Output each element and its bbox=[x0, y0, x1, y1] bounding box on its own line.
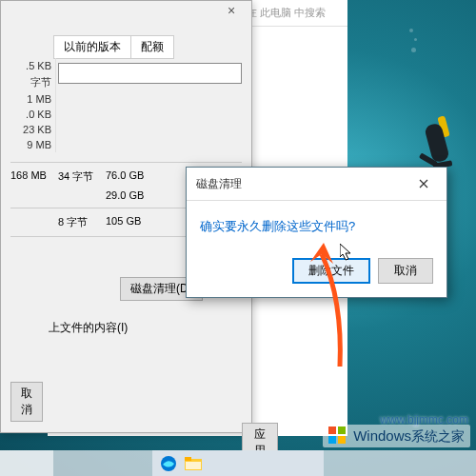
confirm-cancel-button[interactable]: 取消 bbox=[378, 258, 433, 284]
svg-rect-6 bbox=[186, 462, 201, 469]
tab-quota[interactable]: 配额 bbox=[130, 35, 174, 59]
close-icon[interactable]: × bbox=[217, 3, 246, 22]
disk-cell: 34 字节 bbox=[58, 169, 106, 184]
taskbar[interactable] bbox=[0, 450, 476, 476]
svg-rect-5 bbox=[185, 457, 191, 461]
disk-cell: 168 MB bbox=[10, 169, 58, 184]
list-item: 字节 bbox=[1, 73, 56, 91]
disk-cell: 29.0 GB bbox=[106, 189, 163, 201]
list-item: .5 KB bbox=[1, 58, 56, 73]
index-content-label: 上文件的内容(I) bbox=[49, 320, 128, 336]
list-item: 23 KB bbox=[1, 122, 56, 137]
explorer-icon[interactable] bbox=[185, 457, 202, 470]
confirm-dialog: 磁盘清理 确实要永久删除这些文件吗? 删除文件 取消 bbox=[186, 167, 447, 298]
watermark: Windows系统之家 bbox=[323, 425, 470, 447]
search-placeholder: 在 此电脑 中搜索 bbox=[247, 6, 326, 20]
confirm-message: 确实要永久删除这些文件吗? bbox=[200, 218, 433, 235]
close-icon[interactable] bbox=[410, 174, 437, 193]
windows-logo-icon bbox=[328, 426, 347, 446]
volume-label-input[interactable] bbox=[58, 63, 242, 84]
list-item: 1 MB bbox=[1, 91, 56, 107]
watermark-brand: Windows bbox=[353, 427, 411, 444]
edge-icon[interactable] bbox=[160, 455, 177, 472]
tab-strip: 以前的版本 配额 bbox=[53, 35, 173, 59]
list-item: 9 MB bbox=[1, 137, 56, 152]
watermark-suffix: 系统之家 bbox=[411, 428, 465, 444]
disk-cell: 8 字节 bbox=[58, 215, 106, 229]
confirm-title-text: 磁盘清理 bbox=[196, 176, 242, 192]
list-item: .0 KB bbox=[1, 107, 56, 122]
taskbar-items bbox=[152, 450, 324, 476]
confirm-buttons: 删除文件 取消 bbox=[200, 258, 433, 284]
delete-files-button[interactable]: 删除文件 bbox=[292, 258, 370, 284]
tab-previous-versions[interactable]: 以前的版本 bbox=[53, 35, 131, 59]
cancel-button-inner[interactable]: 取消 bbox=[10, 382, 43, 422]
disk-cell: 76.0 GB bbox=[106, 169, 163, 184]
disk-cell: 105 GB bbox=[106, 215, 163, 229]
confirm-titlebar: 磁盘清理 bbox=[187, 168, 446, 201]
size-list: .5 KB 字节 1 MB .0 KB 23 KB 9 MB bbox=[1, 58, 56, 152]
